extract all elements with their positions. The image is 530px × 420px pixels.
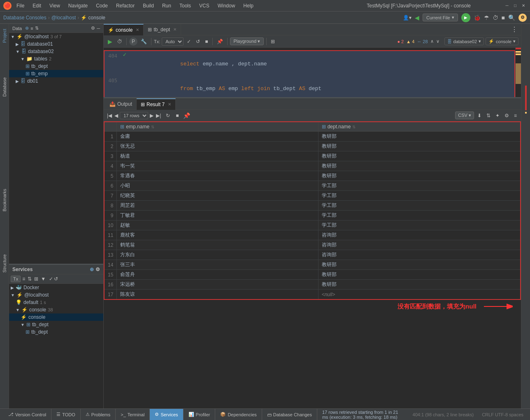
tab-overflow-btn[interactable]: ⋮ (508, 26, 521, 33)
tree-item-tb-dept[interactable]: ⊞ tb_dept (9, 63, 103, 70)
menu-code[interactable]: Code (94, 2, 109, 9)
tb-dept-tab-close[interactable]: ✕ (173, 27, 177, 32)
menu-refactor[interactable]: Refactor (114, 2, 136, 9)
db-expand-btn[interactable]: ≡ (30, 26, 33, 31)
pin-results-btn[interactable]: 📌 (183, 112, 190, 119)
last-page-btn[interactable]: ▶| (155, 112, 162, 119)
tree-item-tb-emp[interactable]: ⊞ tb_emp (9, 70, 103, 77)
result-config-btn[interactable]: ≡ (512, 112, 518, 119)
next-page-btn[interactable]: ▶ (149, 112, 154, 119)
tree-item-tables[interactable]: ▼ 📁 tables 2 (9, 55, 103, 63)
breadcrumb-database-consoles[interactable]: Database Consoles (3, 15, 46, 21)
profile-btn[interactable]: ⏱ (493, 14, 498, 21)
playground-btn[interactable]: Playground ▾ (230, 37, 264, 45)
output-tab[interactable]: 📤 Output (105, 98, 137, 110)
stop-btn[interactable]: ■ (502, 14, 505, 21)
tx-btn[interactable]: Tx (11, 276, 21, 282)
services-default[interactable]: 💡 default 1 s (9, 299, 103, 306)
col-header-deptname[interactable]: ⊞ dept.name ⇅ (318, 122, 521, 132)
search-nav-btn[interactable]: 🔍 (508, 14, 515, 21)
nav-back-btn[interactable]: ◀ (415, 14, 419, 21)
services-console-group[interactable]: ▼ ⚡ console 38 (9, 306, 103, 313)
status-tab-services[interactable]: ⚙ Services (150, 409, 183, 420)
grid-btn[interactable]: ⊞ (269, 38, 277, 45)
group-btn[interactable]: ⊞ (33, 275, 39, 283)
menu-file[interactable]: File (15, 2, 26, 9)
db-add-btn[interactable]: ⊕ (25, 26, 29, 31)
current-file-btn[interactable]: Current File ▾ (423, 14, 458, 21)
structure-tab[interactable]: Structure (2, 253, 7, 274)
status-tab-vcs[interactable]: ⎇ Version Control (3, 409, 51, 420)
menu-tools[interactable]: Tools (178, 2, 193, 9)
code-editor[interactable]: 404 ✓ select emp.name , dept.name 405 fr… (104, 48, 515, 97)
empname-sort-icon[interactable]: ⇅ (151, 125, 154, 129)
bookmarks-tab[interactable]: Bookmarks (2, 187, 7, 213)
expand-errors-btn[interactable]: ∧ (430, 39, 434, 44)
status-tab-terminal[interactable]: >_ Terminal (116, 409, 150, 420)
tab-tb-dept[interactable]: ⊞ tb_dept ✕ (144, 24, 181, 35)
database-tab[interactable]: Database (2, 76, 7, 98)
close-button[interactable]: ✕ (520, 2, 527, 9)
status-tab-dependencies[interactable]: 📦 Dependencies (215, 409, 262, 420)
checkmark-icon[interactable]: ✓ (49, 276, 53, 282)
console-selector[interactable]: ⚡ console ▾ (486, 37, 518, 45)
stop-query-btn[interactable]: ■ (203, 38, 209, 45)
console-tab-close[interactable]: ✕ (136, 28, 139, 32)
collapse-errors-btn[interactable]: ∨ (436, 39, 439, 44)
minimize-button[interactable]: ─ (504, 2, 510, 9)
sort-btn[interactable]: ≡ (21, 275, 26, 283)
deptname-sort-icon[interactable]: ⇅ (352, 125, 356, 129)
star-btn[interactable]: ✦ (494, 112, 501, 119)
status-tab-db-changes[interactable]: 🗃 Database Changes (262, 409, 317, 420)
tree-item-database01[interactable]: ▶ 🗄 database01 (9, 40, 103, 48)
prev-page-btn[interactable]: ◀ (114, 112, 119, 119)
pin-btn[interactable]: 📌 (215, 38, 225, 45)
refresh-results-btn[interactable]: ↻ (164, 112, 172, 119)
stop-results-btn[interactable]: ■ (174, 112, 180, 119)
info-count[interactable]: ↔ 28 (417, 39, 428, 44)
filter-btn[interactable]: ▼ (40, 275, 46, 283)
menu-run[interactable]: Run (160, 2, 173, 9)
menu-navigate[interactable]: Navigate (67, 2, 89, 9)
download-btn[interactable]: ⬇ (476, 112, 483, 119)
project-tab[interactable]: Project (2, 27, 7, 44)
tree-item-database02[interactable]: ▼ 🗄 database02 (9, 48, 103, 55)
services-add-btn[interactable]: ⊕ (90, 267, 94, 272)
history-btn[interactable]: ⏱ (116, 38, 124, 45)
run-button[interactable]: ▶ (461, 13, 470, 22)
tx-auto-select[interactable]: Auto (162, 37, 184, 46)
services-localhost[interactable]: ▼ ⚡ @localhost (9, 291, 103, 299)
breadcrumb-localhost[interactable]: @localhost (51, 15, 76, 21)
csv-btn[interactable]: CSV ▾ (455, 111, 474, 119)
db-settings-btn[interactable]: ⚙ (91, 26, 95, 31)
error-count[interactable]: ● 2 (397, 39, 404, 44)
result7-tab[interactable]: ⊞ Result 7 ✕ (137, 98, 176, 110)
first-page-btn[interactable]: |◀ (106, 112, 113, 119)
maximize-button[interactable]: □ (512, 2, 518, 9)
database-selector[interactable]: 🗄 database02 ▾ (444, 37, 484, 45)
db-collapse-btn[interactable]: ⇅ (35, 26, 39, 31)
tx-indicator[interactable]: P (129, 37, 137, 46)
menu-edit[interactable]: Edit (31, 2, 43, 9)
status-tab-todo[interactable]: ☰ TODO (51, 409, 81, 420)
sort-results-btn[interactable]: ⇅ (485, 112, 492, 119)
result-settings-btn[interactable]: ⚙ (503, 112, 511, 119)
revert-icon[interactable]: ↺ (54, 276, 58, 282)
menu-window[interactable]: Window (216, 2, 237, 9)
menu-help[interactable]: Help (242, 2, 255, 9)
warning-count[interactable]: ▲ 4 (406, 39, 414, 44)
services-console-item[interactable]: ⚡ console (9, 313, 103, 321)
result7-tab-close[interactable]: ✕ (168, 102, 171, 107)
coverage-btn[interactable]: ☂ (484, 14, 489, 21)
services-tb-dept[interactable]: ▼ ⊞ tb_dept (9, 321, 103, 328)
rows-per-page-select[interactable]: 17 rows (120, 112, 148, 119)
sort2-btn[interactable]: ⇅ (27, 275, 33, 283)
commit-btn[interactable]: ✓ (185, 38, 193, 45)
tab-console[interactable]: ⚡ console ✕ (104, 24, 144, 35)
status-tab-profiler[interactable]: 📊 Profiler (184, 409, 216, 420)
services-settings-btn[interactable]: ⚙ (95, 267, 100, 272)
settings-icon[interactable]: ⚙ (518, 14, 527, 22)
services-docker[interactable]: ▶ 🐳 Docker (9, 284, 103, 291)
config-wrench-btn[interactable]: 🔧 (139, 38, 149, 45)
status-tab-problems[interactable]: ⚠ Problems (81, 409, 116, 420)
